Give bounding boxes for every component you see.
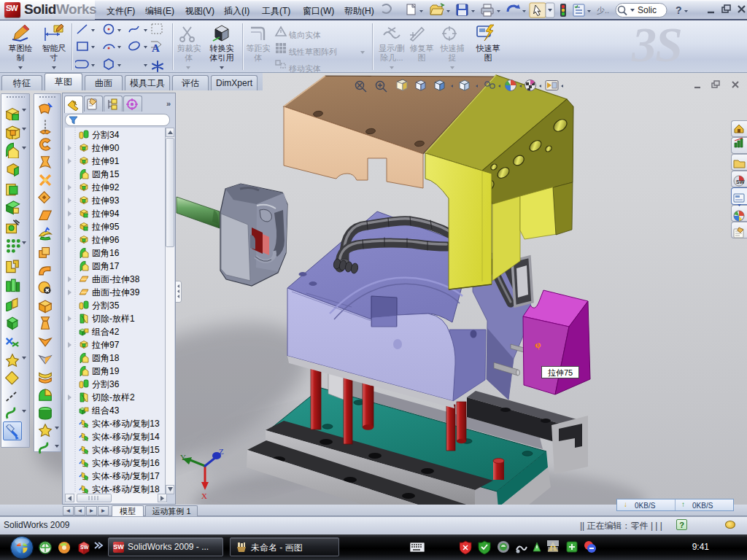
svg-text:SW: SW — [80, 545, 89, 550]
svg-text:少..: 少.. — [597, 6, 609, 15]
svg-text:Y: Y — [180, 453, 186, 462]
svg-text:?: ? — [676, 4, 682, 16]
svg-text:SW: SW — [736, 179, 745, 184]
svg-text:Z: Z — [219, 447, 224, 456]
svg-text:Solic: Solic — [638, 5, 657, 15]
svg-text:X: X — [201, 491, 207, 500]
svg-text:A: A — [152, 42, 160, 54]
